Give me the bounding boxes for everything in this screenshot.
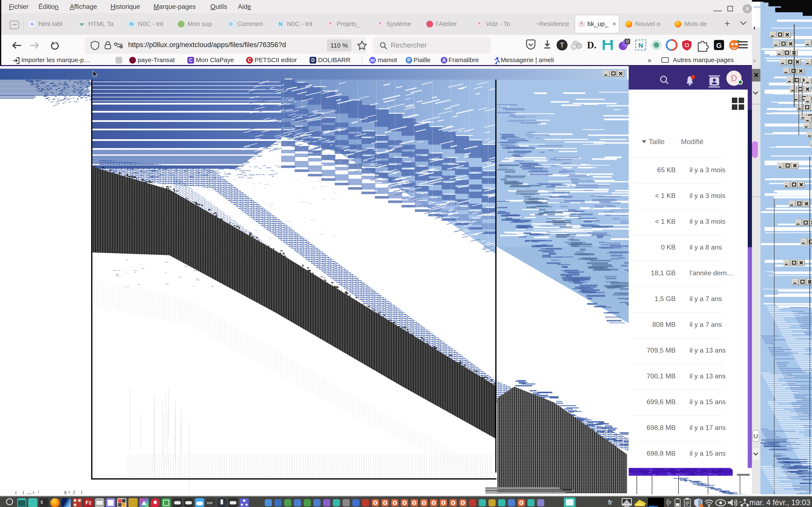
svg-text:T: T <box>560 41 564 49</box>
svg-text:D.: D. <box>587 40 597 51</box>
svg-text:N: N <box>639 42 643 49</box>
svg-text:G: G <box>716 41 722 49</box>
svg-text:0: 0 <box>626 39 629 44</box>
